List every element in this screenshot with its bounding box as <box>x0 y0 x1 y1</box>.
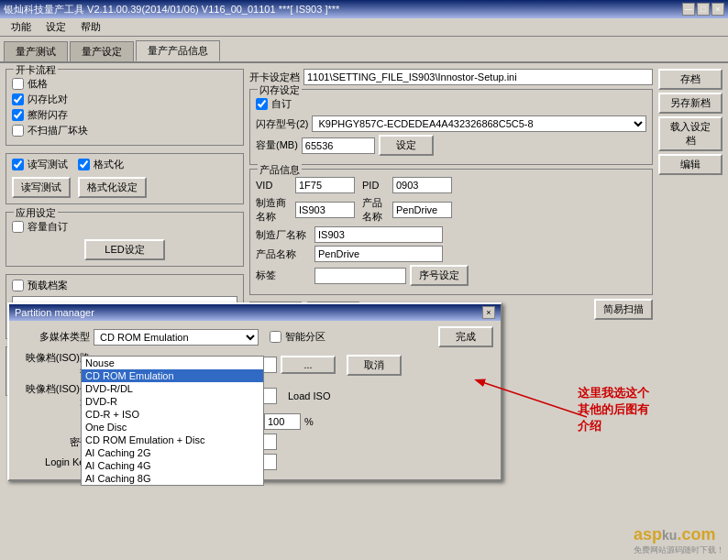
read-write-checkbox[interactable] <box>12 159 24 170</box>
tab-production-settings[interactable]: 量产设定 <box>70 41 134 61</box>
watermark-sub: 免费网站源码随时下载！ <box>634 544 724 556</box>
manufacturer-input[interactable] <box>295 202 355 218</box>
media-type-select[interactable]: CD ROM Emulation <box>94 329 259 346</box>
menu-item-settings[interactable]: 设定 <box>39 18 73 36</box>
media-type-label: 多媒体类型 <box>17 330 90 344</box>
factory-label: 制造厂名称 <box>256 228 311 242</box>
tab-production-info[interactable]: 量产产品信息 <box>136 40 220 61</box>
manufacturer-label: 制造商名称 <box>256 196 292 224</box>
read-write-checkbox-row: 读写测试 <box>12 158 71 171</box>
dropdown-item-5[interactable]: One Disc <box>82 421 263 434</box>
dropdown-item-0[interactable]: Nouse <box>82 357 263 369</box>
flash-compare-row: 闪存比对 <box>12 93 237 106</box>
preload-checkbox[interactable] <box>12 280 24 291</box>
dialog-title-bar: Partition manager × <box>9 304 501 321</box>
tag-input[interactable] <box>314 268 406 284</box>
right-button-group: 存档 另存新档 载入设定档 编辑 <box>658 69 722 320</box>
read-write-button[interactable]: 读写测试 <box>12 177 71 198</box>
led-settings-button[interactable]: LED设定 <box>84 239 164 260</box>
settings-file-path-input[interactable] <box>303 69 653 85</box>
read-write-group: 读写测试 读写测试 格式化 格式化设定 <box>6 153 244 204</box>
pid-label: PID <box>362 180 390 191</box>
iso-path-browse-button[interactable]: ... <box>281 356 336 374</box>
dialog-title-text: Partition manager <box>15 307 94 318</box>
factory-input[interactable] <box>314 226 443 243</box>
percent-label: % <box>304 416 314 427</box>
capacity-field-row: 容量(MB) 设定 <box>256 135 646 156</box>
product-info-group: 产品信息 VID PID 制造商名称 产品名称 制造厂名称 <box>249 169 653 295</box>
open-card-settings-label: 开卡设定档 <box>249 71 300 84</box>
vid-label: VID <box>256 180 292 191</box>
erase-flash-row: 擦附闪存 <box>12 108 237 122</box>
capacity-label: 容量(MB) <box>256 138 298 152</box>
erase-flash-checkbox[interactable] <box>12 109 24 121</box>
custom-checkbox[interactable] <box>256 98 268 110</box>
dropdown-item-6[interactable]: CD ROM Emulation + Disc <box>82 434 263 446</box>
capacity-input[interactable] <box>302 137 375 154</box>
dropdown-item-2[interactable]: DVD-R/DL <box>82 382 263 395</box>
dropdown-item-9[interactable]: AI Caching 8G <box>82 472 263 485</box>
public-partition-input[interactable] <box>264 413 301 430</box>
read-write-checkbox-label: 读写测试 <box>28 158 68 171</box>
dropdown-item-3[interactable]: DVD-R <box>82 395 263 408</box>
pid-input[interactable] <box>392 177 452 193</box>
close-button[interactable]: × <box>711 3 724 16</box>
save-new-button[interactable]: 另存新档 <box>658 93 722 114</box>
no-scan-label: 不扫描厂坏块 <box>28 124 88 137</box>
preload-label: 预载档案 <box>28 279 68 292</box>
easy-scan-button[interactable]: 简易扫描 <box>594 299 653 320</box>
load-iso-label: Load ISO <box>288 390 330 401</box>
product-field-row: 产品名称 <box>256 246 646 262</box>
watermark-main: aspku.com <box>634 525 724 544</box>
edit-button[interactable]: 编辑 <box>658 154 722 175</box>
serial-button[interactable]: 序号设定 <box>410 265 469 286</box>
smart-partition-label: 智能分区 <box>285 330 325 344</box>
open-card-flow-group: 开卡流程 低格 闪存比对 擦附闪存 不扫描厂坏块 <box>6 69 244 146</box>
svg-line-0 <box>477 380 587 417</box>
dropdown-item-4[interactable]: CD-R + ISO <box>82 408 263 421</box>
format-row: 低格 <box>12 77 237 91</box>
vid-input[interactable] <box>295 177 355 193</box>
product-info-title: 产品信息 <box>258 163 302 177</box>
erase-flash-label: 擦附闪存 <box>28 108 68 122</box>
smart-partition-checkbox[interactable] <box>270 331 281 343</box>
open-card-settings-row: 开卡设定档 <box>249 69 653 85</box>
format-checkbox2-row: 格式化 <box>78 158 147 171</box>
open-card-flow-title: 开卡流程 <box>14 63 58 77</box>
product-name-input[interactable] <box>392 202 452 218</box>
complete-button[interactable]: 完成 <box>438 326 493 347</box>
flash-model-select[interactable]: K9PHGY857C-ECDEDEA4A432326868C5C5-8 <box>312 115 646 132</box>
dialog-close-button[interactable]: × <box>482 306 495 319</box>
format-label: 低格 <box>28 77 48 91</box>
capacity-custom-label: 容量自订 <box>28 220 68 234</box>
dropdown-item-7[interactable]: AI Caching 2G <box>82 446 263 459</box>
tab-bar: 量产测试 量产设定 量产产品信息 <box>0 37 728 63</box>
menu-item-help[interactable]: 帮助 <box>73 18 108 36</box>
no-scan-row: 不扫描厂坏块 <box>12 124 237 137</box>
save-button[interactable]: 存档 <box>658 69 722 90</box>
flash-compare-label: 闪存比对 <box>28 93 68 106</box>
format-checkbox2[interactable] <box>78 159 90 170</box>
tab-production-test[interactable]: 量产测试 <box>4 41 68 61</box>
capacity-custom-checkbox[interactable] <box>12 221 24 233</box>
maximize-button[interactable]: □ <box>697 3 710 16</box>
tag-label: 标签 <box>256 269 311 282</box>
iso-path-label: 映像档(ISO)路径 <box>17 351 90 379</box>
minimize-button[interactable]: — <box>682 3 695 16</box>
flash-compare-checkbox[interactable] <box>12 93 24 105</box>
dropdown-item-8[interactable]: AI Caching 4G <box>82 459 263 472</box>
product-label: 产品名称 <box>256 247 311 261</box>
watermark: aspku.com 免费网站源码随时下载！ <box>634 525 724 556</box>
capacity-custom-row: 容量自订 <box>12 220 237 234</box>
menu-item-functions[interactable]: 功能 <box>4 18 39 36</box>
flash-model-label: 闪存型号(2) <box>256 117 308 131</box>
cancel-button[interactable]: 取消 <box>347 355 402 376</box>
format-checkbox[interactable] <box>12 78 24 90</box>
custom-checkbox-row: 自订 <box>256 97 292 111</box>
dropdown-item-1[interactable]: CD ROM Emulation <box>82 369 263 382</box>
load-settings-button[interactable]: 载入设定档 <box>658 116 722 151</box>
product-input[interactable] <box>314 246 443 262</box>
set-button[interactable]: 设定 <box>379 135 434 156</box>
format-settings-button[interactable]: 格式化设定 <box>78 177 147 198</box>
no-scan-checkbox[interactable] <box>12 125 24 137</box>
